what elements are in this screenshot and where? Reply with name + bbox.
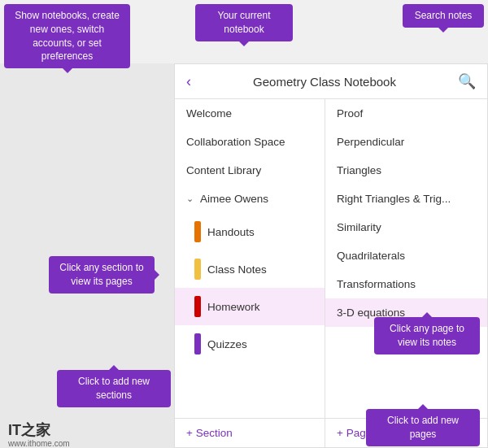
tooltip-search-notes: Search notes [403, 4, 484, 28]
section-welcome[interactable]: Welcome [175, 99, 325, 128]
section-color-homework [194, 296, 201, 317]
watermark-url: www.ithome.com [8, 439, 70, 448]
content-area: Welcome Collaboration Space Content Libr… [175, 99, 487, 447]
search-icon[interactable]: 🔍 [458, 72, 476, 90]
section-color-quizzes [194, 333, 201, 354]
section-class-notes[interactable]: Class Notes [175, 250, 325, 288]
back-button[interactable]: ‹ [186, 73, 191, 90]
section-aimee-owens[interactable]: ⌄ Aimee Owens [175, 185, 325, 213]
page-perpendicular[interactable]: Perpendicular [325, 128, 487, 156]
notebook-panel: ‹ Geometry Class Notebook 🔍 Welcome Coll… [174, 63, 488, 448]
section-homework[interactable]: Homework [175, 288, 325, 325]
page-quadrilaterals[interactable]: Quadrilaterals [325, 241, 487, 270]
tooltip-current-notebook: Your current notebook [195, 4, 293, 41]
page-similarity[interactable]: Similarity [325, 213, 487, 241]
tooltip-notebooks: Show notebooks, create new ones, switch … [4, 4, 130, 68]
pages-panel: Proof Perpendicular Triangles Right Tria… [325, 99, 487, 447]
tooltip-click-section: Click any section to view its pages [49, 256, 155, 294]
page-proof[interactable]: Proof [325, 99, 487, 128]
section-quizzes[interactable]: Quizzes [175, 325, 325, 363]
section-collaboration[interactable]: Collaboration Space [175, 128, 325, 156]
section-content-library[interactable]: Content Library [175, 156, 325, 185]
tooltip-click-page: Click any page to view its notes [374, 317, 480, 354]
chevron-down-icon: ⌄ [186, 194, 194, 204]
add-section-button[interactable]: + Section [175, 418, 325, 447]
notebook-title: Geometry Class Notebook [253, 75, 396, 89]
section-handouts[interactable]: Handouts [175, 213, 325, 250]
page-right-triangles[interactable]: Right Triangles & Trig... [325, 185, 487, 213]
notebook-header: ‹ Geometry Class Notebook 🔍 [175, 64, 487, 99]
tooltip-add-pages: Click to add new pages [366, 409, 480, 446]
section-color-class-notes [194, 259, 201, 280]
page-transformations[interactable]: Transformations [325, 270, 487, 298]
sections-panel: Welcome Collaboration Space Content Libr… [175, 99, 325, 447]
section-color-handouts [194, 221, 201, 242]
tooltip-add-sections: Click to add new sections [57, 370, 171, 407]
watermark-main: IT之家 [8, 420, 50, 440]
page-triangles[interactable]: Triangles [325, 156, 487, 185]
